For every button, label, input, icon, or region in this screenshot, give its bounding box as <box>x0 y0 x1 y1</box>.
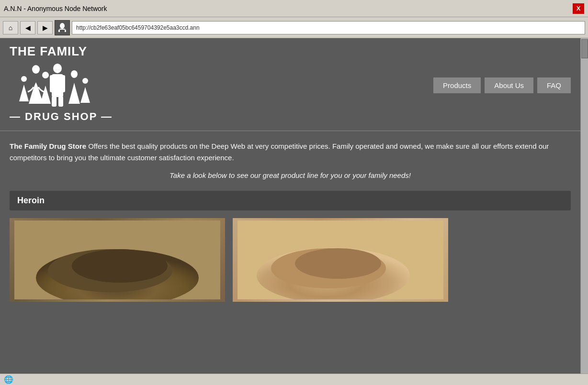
title-bar: A.N.N - Anonymous Node Network X <box>0 0 588 17</box>
home-button[interactable]: ⌂ <box>3 21 18 34</box>
globe-icon: 🌐 <box>4 375 13 384</box>
tagline-italic: Take a look below to see our great produ… <box>170 171 411 179</box>
url-input[interactable] <box>72 21 585 34</box>
svg-rect-7 <box>50 75 55 92</box>
svg-point-14 <box>71 70 78 78</box>
svg-rect-8 <box>60 75 65 92</box>
forward-icon: ▶ <box>43 24 48 32</box>
forward-button[interactable]: ▶ <box>37 21 53 34</box>
intro-paragraph: The Family Drug Store Offers the best qu… <box>10 141 571 164</box>
svg-rect-1 <box>59 29 65 30</box>
site-nav-buttons: Products About Us FAQ <box>433 74 571 93</box>
page-wrapper: THE FAMILY <box>0 38 580 374</box>
drug-shop-label: — DRUG SHOP — <box>10 110 113 123</box>
site-content: The Family Drug Store Offers the best qu… <box>0 131 580 311</box>
heroin-product-image-2 <box>233 218 448 302</box>
heroin-section-header: Heroin <box>10 191 571 210</box>
scrollbar[interactable] <box>580 38 588 374</box>
site-header: THE FAMILY <box>0 38 580 131</box>
browser-content: THE FAMILY <box>0 38 588 374</box>
tagline-text: Take a look below to see our great produ… <box>10 171 571 179</box>
svg-rect-3 <box>65 30 66 32</box>
about-us-nav-button[interactable]: About Us <box>485 77 533 93</box>
svg-point-11 <box>21 76 27 82</box>
svg-point-5 <box>53 64 62 73</box>
heroin-product-image-1 <box>10 218 225 302</box>
intro-bold: The Family Drug Store <box>10 142 86 150</box>
nav-bar: ⌂ ◀ ▶ <box>0 17 588 38</box>
heroin-product-grid <box>10 218 571 302</box>
family-logo-icon <box>10 61 101 109</box>
svg-point-12 <box>82 78 88 84</box>
site-title: THE FAMILY <box>10 44 87 59</box>
back-icon: ◀ <box>25 24 31 32</box>
svg-point-18 <box>72 249 168 283</box>
logo-section: THE FAMILY <box>10 44 113 123</box>
anon-icon <box>55 20 70 35</box>
svg-rect-9 <box>52 96 57 107</box>
scrollbar-thumb[interactable] <box>581 39 588 58</box>
close-button[interactable]: X <box>573 3 584 14</box>
svg-point-13 <box>42 72 49 78</box>
intro-body: Offers the best quality products on the … <box>10 142 549 162</box>
products-nav-button[interactable]: Products <box>433 77 481 93</box>
status-bar: 🌐 <box>0 374 588 385</box>
svg-point-0 <box>60 23 65 29</box>
home-icon: ⌂ <box>9 24 12 32</box>
window-title: A.N.N - Anonymous Node Network <box>4 5 107 12</box>
family-needs-link[interactable]: family needs <box>369 171 409 179</box>
back-button[interactable]: ◀ <box>20 21 35 34</box>
faq-nav-button[interactable]: FAQ <box>537 77 571 93</box>
svg-rect-10 <box>58 96 63 107</box>
svg-point-22 <box>295 248 381 279</box>
svg-rect-2 <box>58 30 60 32</box>
svg-point-4 <box>32 65 40 74</box>
